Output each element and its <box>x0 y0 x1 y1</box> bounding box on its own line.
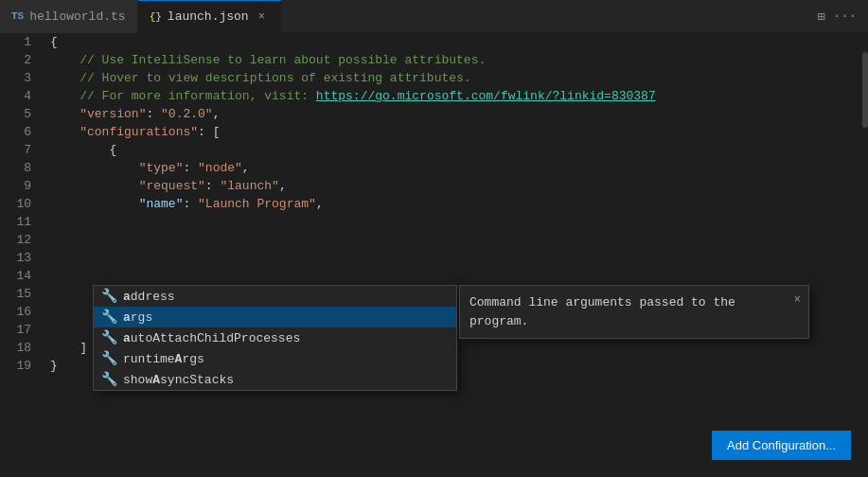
tab-close-launch[interactable]: × <box>255 9 269 26</box>
wrench-icon-showAsync: 🔧 <box>101 371 117 389</box>
tooltip-close-button[interactable]: × <box>794 292 801 309</box>
ac-label-args: args <box>123 309 449 327</box>
code-line-9: "request": "launch", <box>50 177 868 195</box>
tooltip: Command line arguments passed to the pro… <box>459 285 809 339</box>
code-line-13 <box>50 249 868 267</box>
json-icon: {} <box>150 11 162 23</box>
tab-helloworld[interactable]: TS helloworld.ts <box>0 0 138 33</box>
code-line-12 <box>50 231 868 249</box>
split-editor-icon[interactable]: ⊞ <box>817 9 824 25</box>
autocomplete-item-showAsync[interactable]: 🔧 showAsyncStacks <box>94 369 456 390</box>
code-line-6: "configurations": [ <box>50 123 868 141</box>
autocomplete-item-autoAttach[interactable]: 🔧 autoAttachChildProcesses <box>94 327 456 348</box>
code-line-10: "name": "Launch Program", <box>50 195 868 213</box>
code-line-7: { <box>50 141 868 159</box>
code-line-4: // For more information, visit: https://… <box>50 87 868 105</box>
ac-label-autoAttach: autoAttachChildProcesses <box>123 329 449 347</box>
ac-label-showAsync: showAsyncStacks <box>123 371 449 389</box>
tooltip-text: Command line arguments passed to the pro… <box>469 295 735 328</box>
line-numbers: 1 2 3 4 5 6 7 8 9 10 11 12 13 14 15 16 1… <box>0 33 43 477</box>
autocomplete-item-args[interactable]: 🔧 args <box>94 307 456 327</box>
autocomplete-dropdown: 🔧 address 🔧 args 🔧 autoAttachChildProces… <box>93 285 457 391</box>
scrollbar[interactable] <box>860 33 868 477</box>
wrench-icon-autoAttach: 🔧 <box>101 329 117 347</box>
wrench-icon-address: 🔧 <box>101 288 117 306</box>
editor: 1 2 3 4 5 6 7 8 9 10 11 12 13 14 15 16 1… <box>0 33 868 477</box>
code-line-3: // Hover to view descriptions of existin… <box>50 69 868 87</box>
more-actions-icon[interactable]: ··· <box>833 9 857 24</box>
code-line-14 <box>50 267 868 285</box>
tab-bar: TS helloworld.ts {} launch.json × ⊞ ··· <box>0 0 868 33</box>
code-line-8: "type": "node", <box>50 159 868 177</box>
ac-label-address: address <box>123 288 449 306</box>
ts-icon: TS <box>11 10 24 22</box>
tab-launch-json[interactable]: {} launch.json × <box>138 0 281 33</box>
tab-label-helloworld: helloworld.ts <box>29 9 125 24</box>
tab-label-launch: launch.json <box>168 9 249 24</box>
add-configuration-button[interactable]: Add Configuration... <box>712 431 851 460</box>
code-line-11 <box>50 213 868 231</box>
wrench-icon-runtimeArgs: 🔧 <box>101 350 117 368</box>
wrench-icon-args: 🔧 <box>101 309 117 327</box>
code-line-5: "version": "0.2.0", <box>50 105 868 123</box>
code-line-2: // Use IntelliSense to learn about possi… <box>50 51 868 69</box>
scrollbar-thumb[interactable] <box>862 52 868 128</box>
autocomplete-item-address[interactable]: 🔧 address <box>94 286 456 307</box>
toolbar-right: ⊞ ··· <box>817 9 868 25</box>
autocomplete-item-runtimeArgs[interactable]: 🔧 runtimeArgs <box>94 348 456 369</box>
code-line-1: { <box>50 33 868 51</box>
code-area[interactable]: { // Use IntelliSense to learn about pos… <box>43 33 868 477</box>
ac-label-runtimeArgs: runtimeArgs <box>123 350 449 368</box>
